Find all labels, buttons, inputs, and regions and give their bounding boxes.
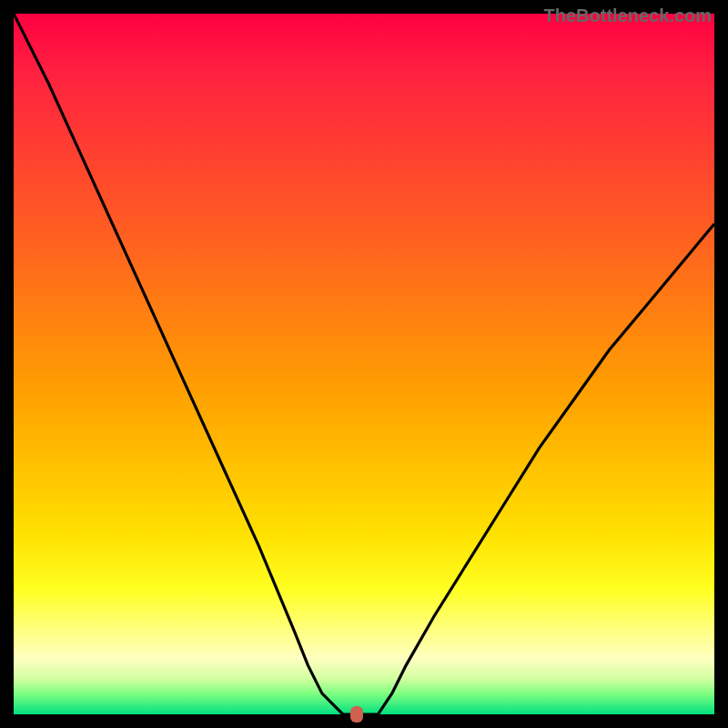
watermark-text: TheBottleneck.com [544, 5, 712, 26]
bottleneck-curve [14, 14, 714, 714]
curve-svg [14, 14, 714, 714]
chart-area [14, 14, 714, 714]
optimal-marker [350, 706, 363, 723]
